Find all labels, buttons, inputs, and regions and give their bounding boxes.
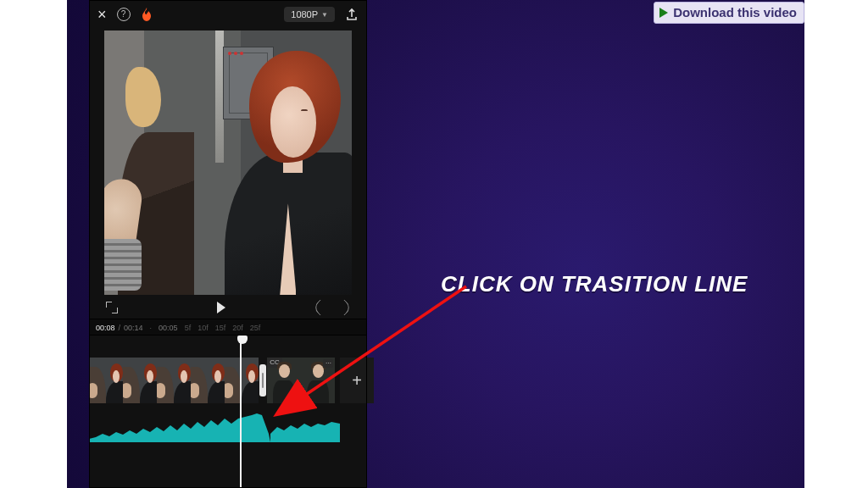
download-video-button[interactable]: Download this video	[654, 2, 804, 24]
clip-thumb[interactable]: CC	[267, 358, 301, 403]
stage: × ? 1080P ▼	[0, 0, 868, 488]
clip-thumb[interactable]	[89, 358, 123, 403]
ruler-mark: 15f	[215, 324, 226, 332]
play-button[interactable]	[217, 302, 225, 313]
cc-badge: ⋯	[323, 359, 333, 368]
ruler-mark: 10f	[198, 324, 209, 332]
close-icon[interactable]: ×	[97, 6, 107, 24]
playhead[interactable]	[240, 336, 242, 488]
clip-thumb[interactable]: ⋯	[301, 358, 335, 403]
play-icon	[659, 8, 668, 18]
time-sep: /	[119, 324, 121, 332]
video-editor: × ? 1080P ▼	[89, 0, 367, 488]
add-clip-button[interactable]: +	[340, 358, 374, 403]
ruler-mark: 20f	[232, 324, 243, 332]
chevron-down-icon: ▼	[321, 11, 328, 19]
resolution-button[interactable]: 1080P ▼	[284, 7, 335, 22]
timeline[interactable]: CC ⋯ +	[89, 336, 367, 488]
clip-track[interactable]: CC ⋯ +	[89, 358, 374, 403]
resolution-label: 1080P	[291, 9, 318, 19]
transition-handle[interactable]	[259, 358, 267, 403]
transport-bar	[89, 295, 367, 319]
clip-thumb[interactable]	[225, 358, 259, 403]
help-icon[interactable]: ?	[117, 8, 131, 21]
export-icon[interactable]	[345, 8, 359, 21]
preview-frame	[104, 30, 352, 295]
ruler-mark: 00:05	[159, 324, 178, 332]
fullscreen-icon[interactable]	[106, 302, 118, 313]
flame-icon[interactable]	[141, 8, 153, 21]
total-time: 00:14	[124, 324, 143, 332]
ruler-mark: 25f	[250, 324, 261, 332]
clip-thumb[interactable]	[123, 358, 157, 403]
ruler-mark: 5f	[185, 324, 192, 332]
preview[interactable]	[104, 30, 352, 295]
audio-track[interactable]	[89, 408, 340, 442]
clip-thumb[interactable]	[157, 358, 191, 403]
instruction-text: CLICK ON TRASITION LINE	[441, 271, 748, 297]
undo-icon[interactable]	[312, 299, 329, 316]
redo-icon[interactable]	[336, 299, 353, 316]
plus-icon: +	[352, 371, 362, 391]
clip-thumb[interactable]	[191, 358, 225, 403]
download-label: Download this video	[673, 5, 797, 19]
current-time: 00:08	[96, 324, 115, 332]
time-ruler[interactable]: 00:08 / 00:14 · 00:05 5f 10f 15f 20f 25f	[89, 319, 367, 336]
topbar: × ? 1080P ▼	[89, 0, 367, 29]
